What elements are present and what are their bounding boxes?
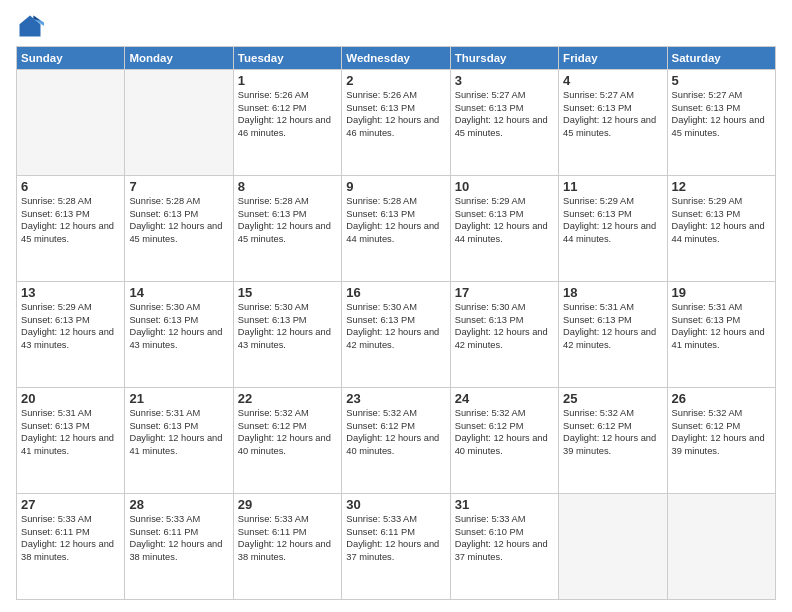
day-number: 22 [238, 391, 337, 406]
day-info: Sunrise: 5:32 AM Sunset: 6:12 PM Dayligh… [455, 407, 554, 457]
day-number: 20 [21, 391, 120, 406]
header [16, 12, 776, 40]
calendar-cell: 12Sunrise: 5:29 AM Sunset: 6:13 PM Dayli… [667, 176, 775, 282]
day-info: Sunrise: 5:31 AM Sunset: 6:13 PM Dayligh… [21, 407, 120, 457]
calendar-cell: 23Sunrise: 5:32 AM Sunset: 6:12 PM Dayli… [342, 388, 450, 494]
day-info: Sunrise: 5:26 AM Sunset: 6:12 PM Dayligh… [238, 89, 337, 139]
day-number: 19 [672, 285, 771, 300]
day-number: 8 [238, 179, 337, 194]
calendar-cell: 19Sunrise: 5:31 AM Sunset: 6:13 PM Dayli… [667, 282, 775, 388]
day-number: 15 [238, 285, 337, 300]
logo [16, 12, 48, 40]
logo-icon [16, 12, 44, 40]
day-number: 17 [455, 285, 554, 300]
day-info: Sunrise: 5:32 AM Sunset: 6:12 PM Dayligh… [672, 407, 771, 457]
weekday-header-wednesday: Wednesday [342, 47, 450, 70]
day-number: 18 [563, 285, 662, 300]
day-number: 14 [129, 285, 228, 300]
day-info: Sunrise: 5:28 AM Sunset: 6:13 PM Dayligh… [21, 195, 120, 245]
day-info: Sunrise: 5:29 AM Sunset: 6:13 PM Dayligh… [21, 301, 120, 351]
day-number: 23 [346, 391, 445, 406]
day-number: 16 [346, 285, 445, 300]
calendar-cell: 18Sunrise: 5:31 AM Sunset: 6:13 PM Dayli… [559, 282, 667, 388]
day-number: 26 [672, 391, 771, 406]
week-row-4: 20Sunrise: 5:31 AM Sunset: 6:13 PM Dayli… [17, 388, 776, 494]
day-number: 30 [346, 497, 445, 512]
weekday-header-tuesday: Tuesday [233, 47, 341, 70]
calendar-cell: 6Sunrise: 5:28 AM Sunset: 6:13 PM Daylig… [17, 176, 125, 282]
day-info: Sunrise: 5:27 AM Sunset: 6:13 PM Dayligh… [455, 89, 554, 139]
calendar-cell: 11Sunrise: 5:29 AM Sunset: 6:13 PM Dayli… [559, 176, 667, 282]
calendar-cell: 5Sunrise: 5:27 AM Sunset: 6:13 PM Daylig… [667, 70, 775, 176]
calendar-cell: 31Sunrise: 5:33 AM Sunset: 6:10 PM Dayli… [450, 494, 558, 600]
day-info: Sunrise: 5:32 AM Sunset: 6:12 PM Dayligh… [563, 407, 662, 457]
day-number: 5 [672, 73, 771, 88]
calendar-table: SundayMondayTuesdayWednesdayThursdayFrid… [16, 46, 776, 600]
calendar-cell: 20Sunrise: 5:31 AM Sunset: 6:13 PM Dayli… [17, 388, 125, 494]
day-number: 10 [455, 179, 554, 194]
calendar-cell [17, 70, 125, 176]
day-info: Sunrise: 5:30 AM Sunset: 6:13 PM Dayligh… [346, 301, 445, 351]
day-number: 12 [672, 179, 771, 194]
weekday-header-row: SundayMondayTuesdayWednesdayThursdayFrid… [17, 47, 776, 70]
weekday-header-monday: Monday [125, 47, 233, 70]
day-number: 13 [21, 285, 120, 300]
day-number: 25 [563, 391, 662, 406]
day-info: Sunrise: 5:33 AM Sunset: 6:11 PM Dayligh… [238, 513, 337, 563]
day-info: Sunrise: 5:29 AM Sunset: 6:13 PM Dayligh… [672, 195, 771, 245]
week-row-2: 6Sunrise: 5:28 AM Sunset: 6:13 PM Daylig… [17, 176, 776, 282]
day-number: 9 [346, 179, 445, 194]
day-number: 2 [346, 73, 445, 88]
calendar-page: SundayMondayTuesdayWednesdayThursdayFrid… [0, 0, 792, 612]
day-number: 6 [21, 179, 120, 194]
calendar-cell: 13Sunrise: 5:29 AM Sunset: 6:13 PM Dayli… [17, 282, 125, 388]
day-info: Sunrise: 5:31 AM Sunset: 6:13 PM Dayligh… [563, 301, 662, 351]
calendar-cell: 2Sunrise: 5:26 AM Sunset: 6:13 PM Daylig… [342, 70, 450, 176]
calendar-cell: 9Sunrise: 5:28 AM Sunset: 6:13 PM Daylig… [342, 176, 450, 282]
day-info: Sunrise: 5:27 AM Sunset: 6:13 PM Dayligh… [563, 89, 662, 139]
calendar-cell: 22Sunrise: 5:32 AM Sunset: 6:12 PM Dayli… [233, 388, 341, 494]
calendar-cell: 28Sunrise: 5:33 AM Sunset: 6:11 PM Dayli… [125, 494, 233, 600]
day-info: Sunrise: 5:31 AM Sunset: 6:13 PM Dayligh… [129, 407, 228, 457]
calendar-cell: 15Sunrise: 5:30 AM Sunset: 6:13 PM Dayli… [233, 282, 341, 388]
day-info: Sunrise: 5:33 AM Sunset: 6:10 PM Dayligh… [455, 513, 554, 563]
day-info: Sunrise: 5:32 AM Sunset: 6:12 PM Dayligh… [346, 407, 445, 457]
day-number: 21 [129, 391, 228, 406]
day-info: Sunrise: 5:28 AM Sunset: 6:13 PM Dayligh… [346, 195, 445, 245]
calendar-cell: 4Sunrise: 5:27 AM Sunset: 6:13 PM Daylig… [559, 70, 667, 176]
calendar-cell: 3Sunrise: 5:27 AM Sunset: 6:13 PM Daylig… [450, 70, 558, 176]
day-info: Sunrise: 5:33 AM Sunset: 6:11 PM Dayligh… [129, 513, 228, 563]
calendar-cell: 10Sunrise: 5:29 AM Sunset: 6:13 PM Dayli… [450, 176, 558, 282]
day-number: 28 [129, 497, 228, 512]
calendar-cell: 16Sunrise: 5:30 AM Sunset: 6:13 PM Dayli… [342, 282, 450, 388]
day-number: 1 [238, 73, 337, 88]
day-number: 24 [455, 391, 554, 406]
calendar-cell: 1Sunrise: 5:26 AM Sunset: 6:12 PM Daylig… [233, 70, 341, 176]
day-info: Sunrise: 5:29 AM Sunset: 6:13 PM Dayligh… [563, 195, 662, 245]
day-info: Sunrise: 5:30 AM Sunset: 6:13 PM Dayligh… [455, 301, 554, 351]
day-info: Sunrise: 5:28 AM Sunset: 6:13 PM Dayligh… [129, 195, 228, 245]
calendar-cell: 29Sunrise: 5:33 AM Sunset: 6:11 PM Dayli… [233, 494, 341, 600]
day-info: Sunrise: 5:26 AM Sunset: 6:13 PM Dayligh… [346, 89, 445, 139]
day-info: Sunrise: 5:32 AM Sunset: 6:12 PM Dayligh… [238, 407, 337, 457]
week-row-5: 27Sunrise: 5:33 AM Sunset: 6:11 PM Dayli… [17, 494, 776, 600]
calendar-cell: 24Sunrise: 5:32 AM Sunset: 6:12 PM Dayli… [450, 388, 558, 494]
calendar-cell: 27Sunrise: 5:33 AM Sunset: 6:11 PM Dayli… [17, 494, 125, 600]
day-info: Sunrise: 5:29 AM Sunset: 6:13 PM Dayligh… [455, 195, 554, 245]
day-info: Sunrise: 5:28 AM Sunset: 6:13 PM Dayligh… [238, 195, 337, 245]
day-info: Sunrise: 5:33 AM Sunset: 6:11 PM Dayligh… [346, 513, 445, 563]
day-info: Sunrise: 5:31 AM Sunset: 6:13 PM Dayligh… [672, 301, 771, 351]
weekday-header-saturday: Saturday [667, 47, 775, 70]
calendar-cell: 25Sunrise: 5:32 AM Sunset: 6:12 PM Dayli… [559, 388, 667, 494]
calendar-cell: 30Sunrise: 5:33 AM Sunset: 6:11 PM Dayli… [342, 494, 450, 600]
calendar-cell [559, 494, 667, 600]
weekday-header-sunday: Sunday [17, 47, 125, 70]
calendar-cell: 8Sunrise: 5:28 AM Sunset: 6:13 PM Daylig… [233, 176, 341, 282]
day-info: Sunrise: 5:33 AM Sunset: 6:11 PM Dayligh… [21, 513, 120, 563]
day-number: 7 [129, 179, 228, 194]
weekday-header-friday: Friday [559, 47, 667, 70]
day-number: 11 [563, 179, 662, 194]
calendar-cell [667, 494, 775, 600]
day-number: 3 [455, 73, 554, 88]
calendar-cell: 17Sunrise: 5:30 AM Sunset: 6:13 PM Dayli… [450, 282, 558, 388]
